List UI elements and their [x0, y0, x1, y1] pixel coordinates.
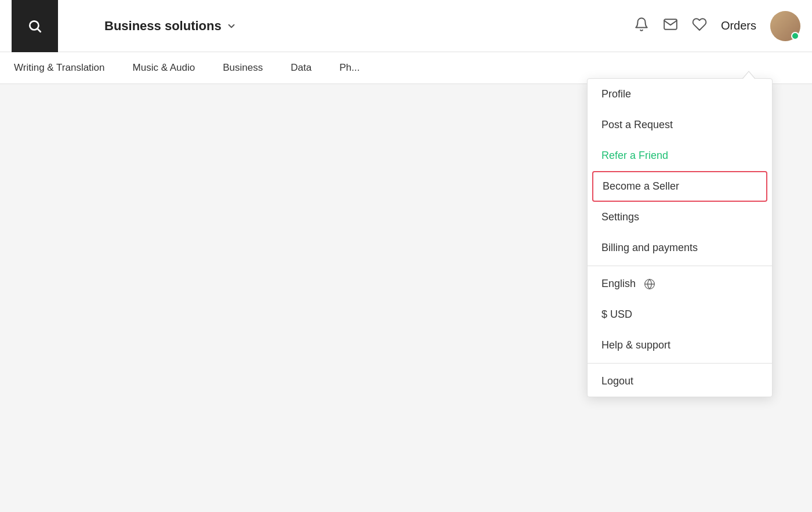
- nav-item-business[interactable]: Business: [220, 62, 265, 74]
- nav-item-music-audio[interactable]: Music & Audio: [130, 62, 198, 74]
- dropdown-item-billing[interactable]: Billing and payments: [588, 233, 772, 263]
- header: Business solutions Orders: [0, 0, 812, 52]
- post-request-label: Post a Request: [601, 119, 673, 131]
- user-dropdown-menu: Profile Post a Request Refer a Friend Be…: [587, 78, 773, 397]
- chevron-down-icon: [226, 21, 237, 31]
- favorites-button[interactable]: [692, 17, 707, 35]
- dropdown-item-refer-friend[interactable]: Refer a Friend: [588, 140, 772, 171]
- billing-label: Billing and payments: [601, 242, 698, 254]
- notifications-button[interactable]: [634, 17, 649, 35]
- settings-label: Settings: [601, 211, 639, 223]
- help-label: Help & support: [601, 339, 670, 351]
- search-icon: [27, 19, 42, 34]
- dropdown-item-help[interactable]: Help & support: [588, 330, 772, 361]
- dropdown-item-settings[interactable]: Settings: [588, 202, 772, 233]
- bell-icon: [634, 17, 649, 32]
- orders-button[interactable]: Orders: [721, 19, 756, 32]
- heart-icon: [692, 17, 707, 32]
- search-button[interactable]: [12, 0, 58, 52]
- svg-line-1: [38, 29, 41, 32]
- currency-label: $ USD: [601, 308, 632, 321]
- mail-icon: [663, 17, 678, 32]
- nav-item-writing-translation[interactable]: Writing & Translation: [12, 62, 107, 74]
- become-seller-label: Become a Seller: [603, 180, 679, 193]
- business-solutions-label: Business solutions: [104, 19, 222, 34]
- dropdown-caret: [742, 71, 756, 79]
- dropdown-item-post-request[interactable]: Post a Request: [588, 110, 772, 140]
- nav-item-data[interactable]: Data: [288, 62, 314, 74]
- divider-2: [588, 363, 772, 364]
- main-content: Profile Post a Request Refer a Friend Be…: [0, 84, 812, 512]
- dropdown-item-currency[interactable]: $ USD: [588, 299, 772, 330]
- dropdown-item-logout[interactable]: Logout: [588, 366, 772, 397]
- divider-1: [588, 266, 772, 266]
- profile-label: Profile: [601, 88, 631, 100]
- dropdown-item-profile[interactable]: Profile: [588, 79, 772, 110]
- dropdown-item-become-seller[interactable]: Become a Seller: [592, 171, 767, 202]
- messages-button[interactable]: [663, 17, 678, 35]
- business-solutions-button[interactable]: Business solutions: [104, 19, 237, 34]
- logout-label: Logout: [601, 375, 633, 387]
- online-indicator: [791, 32, 799, 40]
- globe-icon: [644, 278, 655, 290]
- dropdown-item-language[interactable]: English: [588, 268, 772, 299]
- header-right: Orders: [634, 11, 800, 41]
- refer-friend-label: Refer a Friend: [601, 150, 668, 162]
- nav-item-ph[interactable]: Ph...: [337, 62, 362, 74]
- language-label: English: [601, 278, 636, 290]
- user-avatar-button[interactable]: [770, 11, 800, 41]
